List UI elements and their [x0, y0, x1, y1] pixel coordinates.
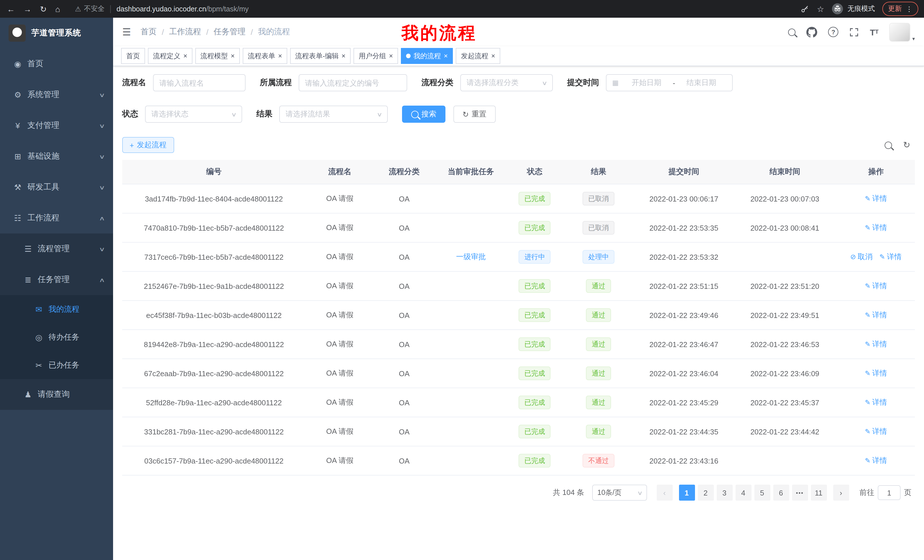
- previous-page-button[interactable]: ‹: [657, 485, 672, 501]
- address-bar[interactable]: ⚠ 不安全 dashboard.yudao.iocoder.cn/bpm/tas…: [75, 4, 248, 14]
- tab-process-form[interactable]: 流程表单×: [243, 48, 287, 64]
- close-icon[interactable]: ×: [231, 52, 235, 59]
- sidebar-item-todo-task[interactable]: ◎待办任务: [0, 323, 113, 351]
- navbar: ☰ 首页/工作流程/任务管理/我的流程 ? TT ▾: [113, 18, 924, 46]
- process-name-label: 流程名: [122, 78, 146, 88]
- detail-action-link[interactable]: ✎详情: [865, 455, 887, 466]
- status-select[interactable]: 请选择状态 ∨: [145, 106, 242, 123]
- goto-page-input[interactable]: [878, 485, 901, 500]
- user-avatar-menu[interactable]: ▾: [890, 22, 915, 41]
- search-button[interactable]: 搜索: [402, 106, 446, 123]
- close-icon[interactable]: ×: [491, 52, 495, 59]
- font-size-icon[interactable]: TT: [870, 28, 879, 36]
- sidebar-toggle-icon[interactable]: ☰: [122, 26, 131, 38]
- reload-icon[interactable]: ↻: [40, 5, 46, 13]
- tab-label: 首页: [126, 51, 140, 61]
- close-icon[interactable]: ×: [278, 52, 282, 59]
- detail-action-link[interactable]: ✎详情: [865, 223, 887, 233]
- sidebar-item-workflow[interactable]: ☷工作流程∧: [0, 203, 113, 234]
- detail-action-link[interactable]: ✎详情: [865, 397, 887, 407]
- page-size-select[interactable]: 10条/页 ∨: [592, 485, 647, 501]
- submit-time-cell: 2022-01-22 23:49:46: [635, 301, 732, 329]
- close-icon[interactable]: ×: [183, 52, 188, 59]
- sidebar-item-infrastructure[interactable]: ⊞基础设施∨: [0, 141, 113, 172]
- detail-action-link[interactable]: ✎详情: [865, 427, 887, 437]
- submit-time-cell: 2022-01-22 23:53:32: [635, 242, 732, 271]
- submit-time-range-picker[interactable]: ▦ 开始日期 - 结束日期: [606, 74, 733, 91]
- bookmark-star-icon[interactable]: ☆: [817, 4, 824, 13]
- sidebar-item-label: 待办任务: [48, 332, 80, 342]
- page-button-11[interactable]: 11: [811, 485, 826, 501]
- next-page-button[interactable]: ›: [833, 485, 849, 501]
- help-icon[interactable]: ?: [828, 27, 838, 37]
- detail-action-link[interactable]: ✎详情: [865, 310, 887, 320]
- tab-process-form-edit[interactable]: 流程表单-编辑×: [290, 48, 351, 64]
- tab-home[interactable]: 首页: [121, 48, 145, 64]
- sidebar-item-done-task[interactable]: ✂已办任务: [0, 351, 113, 379]
- status-cell: 已完成: [507, 417, 562, 446]
- end-time-cell: 2022-01-23 00:08:41: [733, 213, 837, 242]
- page-button-5[interactable]: 5: [754, 485, 770, 501]
- app-logo-row: 芋道管理系统: [0, 18, 113, 48]
- detail-action-link[interactable]: ✎详情: [865, 281, 887, 291]
- edit-icon: ✎: [865, 195, 871, 203]
- page-button-3[interactable]: 3: [716, 485, 732, 501]
- result-select[interactable]: 请选择流结果 ∨: [279, 106, 388, 123]
- page-button-4[interactable]: 4: [735, 485, 751, 501]
- process-definition-input[interactable]: [298, 74, 407, 91]
- password-key-icon[interactable]: [800, 4, 810, 13]
- sidebar-item-system[interactable]: ⚙系统管理∨: [0, 79, 113, 110]
- back-icon[interactable]: ←: [7, 5, 15, 13]
- detail-action-link[interactable]: ✎详情: [879, 252, 902, 262]
- fullscreen-icon[interactable]: [849, 27, 859, 37]
- close-icon[interactable]: ×: [342, 52, 345, 59]
- tab-user-group[interactable]: 用户分组×: [354, 48, 398, 64]
- payment-icon: ¥: [11, 121, 24, 130]
- tab-process-model[interactable]: 流程模型×: [195, 48, 240, 64]
- tab-my-process[interactable]: 我的流程×: [401, 48, 453, 64]
- security-warning-icon: ⚠: [75, 5, 81, 13]
- reset-button[interactable]: ↻ 重置: [453, 106, 496, 123]
- detail-action-link[interactable]: ✎详情: [865, 193, 887, 204]
- close-icon[interactable]: ×: [444, 52, 448, 59]
- refresh-table-icon[interactable]: ↻: [903, 140, 910, 150]
- sidebar-item-task-management[interactable]: ≣任务管理∧: [0, 264, 113, 295]
- forward-icon[interactable]: →: [23, 5, 32, 13]
- sidebar-item-leave-query[interactable]: ♟请假查询: [0, 379, 113, 410]
- result-badge: 通过: [586, 425, 611, 439]
- browser-home-icon[interactable]: ⌂: [55, 5, 60, 13]
- update-button[interactable]: 更新 ⋮: [882, 2, 918, 16]
- detail-action-link[interactable]: ✎详情: [865, 339, 887, 349]
- page-button-2[interactable]: 2: [698, 485, 714, 501]
- breadcrumb-item[interactable]: 工作流程: [169, 27, 201, 37]
- cancel-action-link[interactable]: ⊘取消: [850, 252, 873, 262]
- github-icon[interactable]: [806, 27, 817, 37]
- actions-cell: ✎详情: [837, 213, 915, 242]
- close-icon[interactable]: ×: [389, 52, 393, 59]
- tab-process-definition[interactable]: 流程定义×: [148, 48, 192, 64]
- category-select[interactable]: 请选择流程分类 ∨: [460, 74, 553, 91]
- page-button-1[interactable]: 1: [679, 485, 695, 501]
- detail-action-link[interactable]: ✎详情: [865, 368, 887, 379]
- sidebar-item-process-management[interactable]: ☰流程管理∨: [0, 234, 113, 264]
- browser-menu-icon[interactable]: ⋮: [906, 5, 913, 12]
- toggle-search-icon[interactable]: [885, 141, 892, 149]
- submit-time-cell: 2022-01-22 23:53:35: [635, 213, 732, 242]
- process-name-input[interactable]: [153, 74, 246, 91]
- system-icon: ⚙: [11, 90, 24, 99]
- sidebar-item-payment[interactable]: ¥支付管理∨: [0, 110, 113, 141]
- breadcrumb-item[interactable]: 首页: [141, 27, 157, 37]
- edit-icon: ✎: [865, 428, 871, 436]
- end-time-cell: [733, 446, 837, 475]
- sidebar-item-my-process[interactable]: ✉我的流程: [0, 295, 113, 323]
- more-pages-button[interactable]: •••: [792, 485, 808, 501]
- sidebar-item-home[interactable]: ◉首页: [0, 48, 113, 79]
- edit-icon: ✎: [865, 224, 871, 232]
- search-icon[interactable]: [788, 28, 795, 36]
- start-process-button[interactable]: + 发起流程: [122, 137, 174, 153]
- breadcrumb-item[interactable]: 任务管理: [214, 27, 246, 37]
- page-button-6[interactable]: 6: [773, 485, 789, 501]
- sidebar-item-devtools[interactable]: ⚒研发工具∨: [0, 172, 113, 203]
- tab-start-process[interactable]: 发起流程×: [456, 48, 500, 64]
- current-task-link[interactable]: 一级审批: [456, 252, 486, 261]
